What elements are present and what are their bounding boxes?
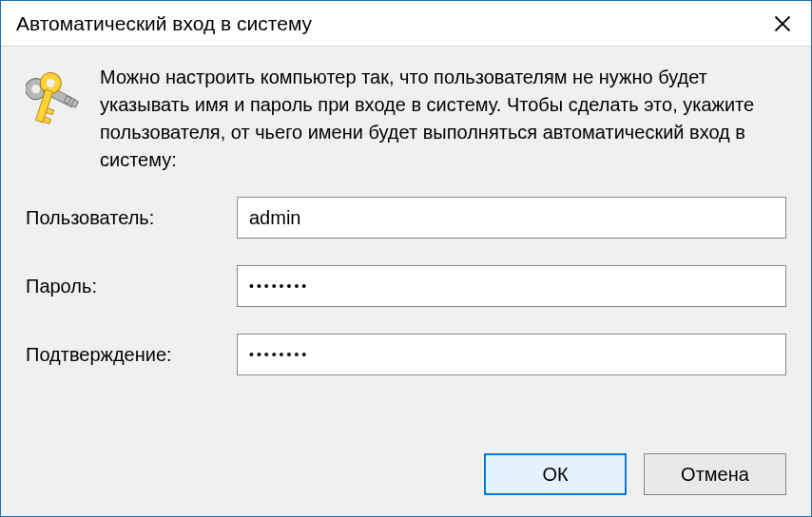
keys-icon xyxy=(26,69,79,136)
intro-text: Можно настроить компьютер так, что польз… xyxy=(100,64,786,174)
confirm-row: Подтверждение: xyxy=(26,334,786,375)
password-label: Пароль: xyxy=(26,276,237,297)
titlebar: Автоматический вход в систему xyxy=(1,1,811,47)
username-input[interactable] xyxy=(237,197,786,239)
cancel-button[interactable]: Отмена xyxy=(644,453,786,495)
auto-login-dialog: Автоматический вход в систему xyxy=(0,0,812,517)
ok-button[interactable]: ОК xyxy=(484,453,627,495)
form-area: Пользователь: Пароль: Подтверждение: xyxy=(26,197,786,375)
password-input[interactable] xyxy=(237,265,786,307)
confirm-label: Подтверждение: xyxy=(26,344,237,366)
password-row: Пароль: xyxy=(26,265,786,307)
svg-rect-11 xyxy=(43,117,50,124)
username-label: Пользователь: xyxy=(26,207,237,229)
dialog-content: Можно настроить компьютер так, что польз… xyxy=(1,47,811,429)
svg-rect-10 xyxy=(46,108,53,115)
confirm-input[interactable] xyxy=(237,334,786,375)
close-button[interactable] xyxy=(754,1,811,47)
intro-row: Можно настроить компьютер так, что польз… xyxy=(26,64,786,174)
username-row: Пользователь: xyxy=(26,197,786,239)
close-icon xyxy=(774,15,791,32)
button-row: ОК Отмена xyxy=(1,429,811,516)
window-title: Автоматический вход в систему xyxy=(16,12,312,35)
